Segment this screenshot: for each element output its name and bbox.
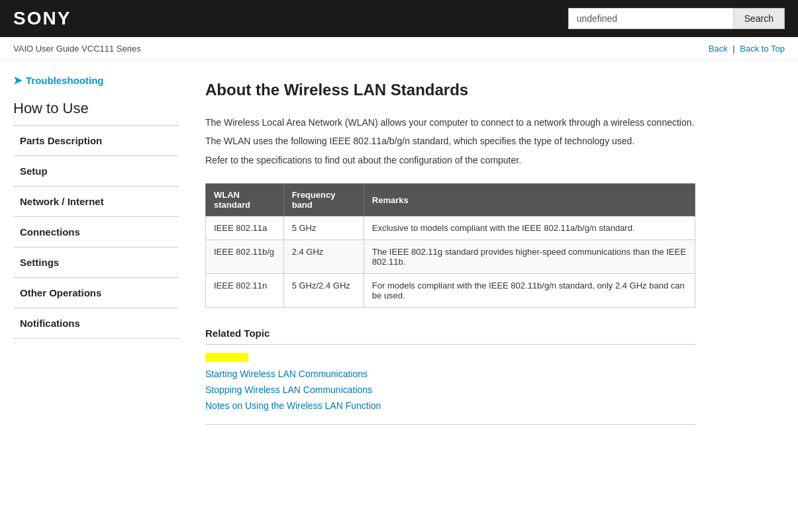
- sidebar-item-other-operations[interactable]: Other Operations: [13, 278, 179, 308]
- table-cell-wlan-1: IEEE 802.11b/g: [206, 240, 284, 274]
- sidebar-item-setup[interactable]: Setup: [13, 156, 179, 187]
- related-link-0[interactable]: Starting Wireless LAN Communications: [205, 369, 695, 379]
- back-to-top-link[interactable]: Back to Top: [740, 44, 785, 54]
- search-area: Search: [568, 8, 785, 29]
- table-cell-freq-0: 5 GHz: [283, 216, 364, 240]
- sidebar-item-network-internet[interactable]: Network / Internet: [13, 187, 179, 217]
- table-cell-wlan-2: IEEE 802.11n: [206, 274, 284, 308]
- table-header-freq: Frequency band: [283, 184, 364, 216]
- chevron-right-icon: ➤: [13, 74, 22, 87]
- table-header-wlan: WLAN standard: [206, 184, 284, 216]
- main-content: About the Wireless LAN Standards The Wir…: [179, 61, 722, 527]
- related-link-1[interactable]: Stopping Wireless LAN Communications: [205, 384, 695, 395]
- search-button[interactable]: Search: [734, 8, 785, 29]
- wlan-table: WLAN standard Frequency band Remarks IEE…: [205, 183, 695, 308]
- sidebar-section-title: How to Use: [13, 100, 179, 120]
- table-cell-freq-1: 2.4 GHz: [283, 240, 364, 274]
- related-topic-section: Related Topic Starting Wireless LAN Comm…: [205, 328, 695, 425]
- related-bottom-divider: [205, 424, 695, 425]
- table-row: IEEE 802.11a 5 GHz Exclusive to models c…: [206, 216, 695, 240]
- related-topic-bar: [205, 353, 248, 362]
- sidebar-item-notifications[interactable]: Notifications: [13, 308, 179, 339]
- page-title: About the Wireless LAN Standards: [205, 81, 695, 99]
- table-cell-remarks-1: The IEEE 802.11g standard provides highe…: [364, 240, 695, 274]
- sony-logo: SONY: [13, 8, 71, 29]
- search-input[interactable]: [568, 8, 734, 29]
- main-container: ➤ Troubleshooting How to Use Parts Descr…: [0, 61, 798, 527]
- back-link[interactable]: Back: [709, 44, 728, 54]
- table-row: IEEE 802.11b/g 2.4 GHz The IEEE 802.11g …: [206, 240, 695, 274]
- table-header-remarks: Remarks: [364, 184, 695, 216]
- related-link-2[interactable]: Notes on Using the Wireless LAN Function: [205, 400, 695, 411]
- nav-separator: |: [732, 44, 734, 54]
- table-cell-remarks-0: Exclusive to models compliant with the I…: [364, 216, 695, 240]
- footer: © 2011 Sony Corporation: [0, 527, 798, 532]
- intro-line-1: The Wireless Local Area Network (WLAN) a…: [205, 115, 695, 130]
- intro-line-2: The WLAN uses the following IEEE 802.11a…: [205, 134, 695, 148]
- table-row: IEEE 802.11n 5 GHz/2.4 GHz For models co…: [206, 274, 695, 308]
- site-header: SONY Search: [0, 0, 798, 37]
- sidebar-item-troubleshooting[interactable]: ➤ Troubleshooting: [13, 74, 179, 87]
- related-topic-title: Related Topic: [205, 328, 695, 345]
- sidebar-item-settings[interactable]: Settings: [13, 247, 179, 278]
- sidebar-item-connections[interactable]: Connections: [13, 217, 179, 247]
- breadcrumb-bar: VAIO User Guide VCC111 Series Back | Bac…: [0, 37, 798, 61]
- table-cell-wlan-0: IEEE 802.11a: [206, 216, 284, 240]
- table-cell-remarks-2: For models compliant with the IEEE 802.1…: [364, 274, 695, 308]
- breadcrumb-text: VAIO User Guide VCC111 Series: [13, 44, 141, 54]
- nav-links: Back | Back to Top: [709, 44, 785, 54]
- table-cell-freq-2: 5 GHz/2.4 GHz: [283, 274, 364, 308]
- troubleshooting-label: Troubleshooting: [26, 75, 104, 86]
- intro-line-3: Refer to the specifications to find out …: [205, 153, 695, 167]
- sidebar: ➤ Troubleshooting How to Use Parts Descr…: [0, 61, 179, 527]
- sidebar-item-parts-description[interactable]: Parts Description: [13, 126, 179, 156]
